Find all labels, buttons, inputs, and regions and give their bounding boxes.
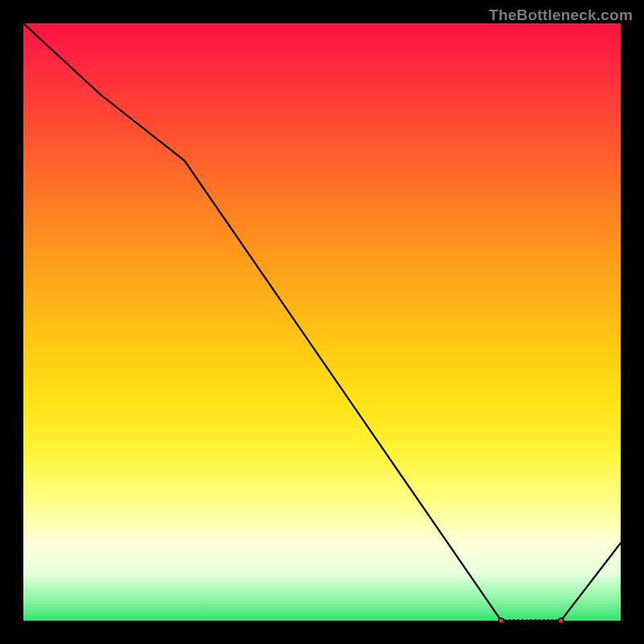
- flat-region-dot: [559, 618, 564, 623]
- flat-region-dot: [535, 620, 536, 621]
- flat-region-dot: [518, 620, 519, 621]
- watermark-text: TheBottleneck.com: [489, 6, 633, 24]
- flat-region-dot: [509, 620, 510, 621]
- flat-region-dot: [498, 618, 503, 623]
- flat-region-dot: [547, 620, 549, 621]
- flat-region-dot: [530, 620, 532, 621]
- flat-region-dot: [526, 620, 527, 621]
- flat-region-dot: [543, 620, 545, 621]
- chart-stage: TheBottleneck.com: [0, 0, 644, 644]
- flat-region-dot: [514, 620, 515, 621]
- flat-region-dot: [556, 620, 558, 621]
- bottleneck-curve: [23, 23, 621, 621]
- flat-region-dot: [505, 620, 506, 621]
- flat-region-dot: [539, 620, 540, 621]
- flat-region-dot: [522, 620, 523, 621]
- flat-region-dot: [551, 620, 553, 621]
- chart-overlay: [23, 23, 621, 621]
